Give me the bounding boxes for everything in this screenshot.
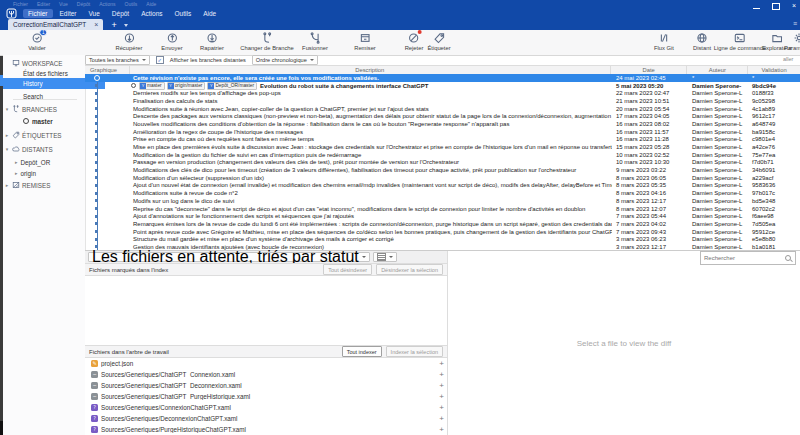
unstage-all-button[interactable]: Tout désindexer bbox=[323, 264, 372, 275]
view-mode-dropdown[interactable] bbox=[373, 252, 397, 262]
commit-row[interactable]: Ajout d'un nouvel état de connexion (ema… bbox=[85, 182, 800, 190]
order-filter-dropdown[interactable]: Ordre chronologique bbox=[252, 55, 318, 65]
column-validation[interactable]: Validation bbox=[748, 66, 800, 74]
merge-button[interactable]: Fusionner bbox=[302, 32, 328, 51]
menu-actions[interactable]: Actions bbox=[136, 9, 167, 18]
tag-button[interactable]: Étiqueter bbox=[427, 32, 450, 51]
unstage-selection-button[interactable]: Désindexer la sélection bbox=[376, 264, 443, 275]
settings-button[interactable]: Paramètres bbox=[784, 32, 800, 51]
sidebar-section-branches[interactable]: ▾ BRANCHES bbox=[3, 104, 85, 114]
commit-author: Damien Sperone-L bbox=[688, 182, 748, 188]
stage-file-button[interactable]: + bbox=[439, 403, 444, 412]
commit-row[interactable]: Modifications suite à revue de code n°2 … bbox=[85, 189, 800, 197]
commit-author: Damien Sperone-L bbox=[688, 136, 748, 142]
discard-button[interactable]: Rejeter bbox=[405, 32, 424, 51]
search-input[interactable] bbox=[701, 255, 785, 261]
stage-file-button[interactable]: + bbox=[439, 359, 444, 368]
branch-badge[interactable]: Ymaster bbox=[139, 82, 165, 90]
ghost-menu-echo: FichierEditerVueDépôtActionsOutilsAide bbox=[13, 0, 156, 7]
commit-row[interactable]: Mise en place des premières évols suite … bbox=[85, 143, 800, 151]
commit-graph-node bbox=[85, 182, 130, 190]
sidebar-section-distants[interactable]: ▾ DISTANTS bbox=[3, 144, 85, 154]
commit-row[interactable]: Modification d'un sélecteur (suppression… bbox=[85, 174, 800, 182]
commit-row[interactable]: Reprise du cas "deconnecte" dans le scri… bbox=[85, 205, 800, 213]
fetch-button[interactable]: Récupérer bbox=[115, 32, 142, 51]
menu-depot[interactable]: Dépôt bbox=[107, 9, 134, 18]
sidebar-section-etiquettes[interactable]: ▸ ÉTIQUETTES bbox=[3, 130, 85, 140]
menu-fichier[interactable]: Fichier bbox=[23, 9, 53, 18]
menu-editer[interactable]: Editer bbox=[55, 9, 82, 18]
tab-list-icon[interactable]: ≡ bbox=[793, 20, 797, 27]
git-flow-button[interactable]: Flux Git bbox=[654, 32, 674, 51]
column-description[interactable]: Description bbox=[130, 66, 611, 74]
commit-row[interactable]: Modifications suite à réunion avec Jean,… bbox=[85, 105, 800, 113]
stage-selection-button[interactable]: Indexer la sélection bbox=[386, 346, 443, 357]
commit-row[interactable]: Remarques émises lors de la revue de cod… bbox=[85, 220, 800, 228]
commit-graph-node bbox=[85, 105, 130, 113]
commit-row[interactable]: Ajout d'annotations sur le fonctionnemen… bbox=[85, 212, 800, 220]
stage-file-button[interactable]: + bbox=[439, 370, 444, 379]
pending-files-dropdown[interactable]: Les fichiers en attente, triés par statu… bbox=[88, 252, 370, 262]
stage-file-button[interactable]: + bbox=[439, 414, 444, 423]
commit-author: Damien Sperone-L bbox=[688, 236, 748, 242]
stage-file-button[interactable]: + bbox=[439, 392, 444, 401]
show-remote-branches-checkbox[interactable]: ✓ bbox=[156, 56, 164, 64]
file-row[interactable]: ✎ project.json + bbox=[85, 358, 447, 369]
commit-row[interactable]: Prise en compte du cas où des requêtes s… bbox=[85, 136, 800, 144]
close-button[interactable]: × bbox=[792, 1, 796, 11]
commit-date: 21 mars 2023 10:51 bbox=[612, 98, 688, 104]
commit-row[interactable]: Amélioration de la regex de coupe de l'h… bbox=[85, 128, 800, 136]
tab-close-icon[interactable]: × bbox=[94, 21, 98, 28]
remote-button[interactable]: Distant bbox=[693, 32, 711, 51]
maximize-button[interactable] bbox=[772, 3, 780, 10]
switch-branch-button[interactable]: Changer de Branche bbox=[240, 32, 294, 51]
column-graphique[interactable]: Graphique bbox=[85, 66, 130, 74]
commit-row[interactable]: Modifs sur un log dans le dico de suivi … bbox=[85, 197, 800, 205]
pull-button[interactable]: Rapatrier bbox=[200, 32, 224, 51]
minimize-button[interactable] bbox=[753, 8, 760, 9]
file-row[interactable]: − Sources/Generiques/ChatGPT_Deconnexion… bbox=[85, 380, 447, 391]
new-tab-button[interactable]: + bbox=[111, 20, 116, 30]
stage-file-button[interactable]: + bbox=[439, 381, 444, 390]
commit-row[interactable]: Finalisation des calculs de stats 21 mar… bbox=[85, 97, 800, 105]
commit-row[interactable]: YmasterYorigin/masterYDepôt_OR/master Ev… bbox=[85, 82, 800, 90]
commit-row[interactable]: Nouvelles modifications des conditions d… bbox=[85, 120, 800, 128]
branch-badge[interactable]: YDepôt_OR/master bbox=[207, 82, 257, 90]
file-row[interactable]: ? Sources/Generiques/ConnexionChatGPT.xa… bbox=[85, 402, 447, 413]
stage-file-button[interactable]: + bbox=[439, 425, 444, 434]
worktree-files-header: Fichiers dans l'arbre de travail Tout in… bbox=[85, 345, 447, 358]
commit-row[interactable]: Modification de la gestion du fichier de… bbox=[85, 151, 800, 159]
commit-row[interactable]: Cette révision n'existe pas encore, elle… bbox=[85, 74, 800, 82]
commit-row[interactable]: Structure du mail gardée et mise en plac… bbox=[85, 235, 800, 243]
sidebar-section-remises[interactable]: ▸ REMISES bbox=[3, 180, 85, 190]
file-path: Sources/Generiques/DeconnexionChatGPT.xa… bbox=[101, 415, 436, 422]
commit-row[interactable]: Dernieres modifs sur les temps d'afficha… bbox=[85, 89, 800, 97]
column-auteur[interactable]: Auteur bbox=[687, 66, 748, 74]
push-button[interactable]: Envoyer bbox=[161, 32, 182, 51]
menu-outils[interactable]: Outils bbox=[170, 9, 197, 18]
commit-graph-node bbox=[85, 97, 130, 105]
file-row[interactable]: − Sources/Generiques/ChatGPT_PurgeHistor… bbox=[85, 391, 447, 402]
commit-hash: 9612c17 bbox=[748, 113, 800, 119]
stage-all-button[interactable]: Tout indexer bbox=[342, 346, 382, 357]
branch-badge[interactable]: Yorigin/master bbox=[167, 82, 206, 90]
file-row[interactable]: ? Sources/Generiques/DeconnexionChatGPT.… bbox=[85, 413, 447, 424]
column-date[interactable]: Date bbox=[611, 66, 688, 74]
command-line-button[interactable]: Ligne de commande bbox=[714, 32, 767, 51]
menu-vue[interactable]: Vue bbox=[84, 9, 105, 18]
file-row[interactable]: − Sources/Generiques/ChatGPT_Connexion.x… bbox=[85, 369, 447, 380]
commit-button[interactable]: 1 Valider bbox=[28, 32, 46, 51]
commit-graph-node bbox=[85, 74, 130, 82]
branch-filter-dropdown[interactable]: Toutes les branches bbox=[85, 55, 150, 65]
file-row[interactable]: ? Sources/Generiques/PurgeHistoriqueChat… bbox=[85, 424, 447, 435]
commit-date: 16 mars 2023 11:57 bbox=[612, 129, 688, 135]
commit-graph-node bbox=[85, 143, 130, 151]
commit-row[interactable]: Descente des packages aux versions class… bbox=[85, 112, 800, 120]
tab-dropdown-caret-icon[interactable] bbox=[124, 24, 128, 27]
tab-correctionemailchatgpt[interactable]: CorrectionEmailChatGPT × bbox=[8, 19, 103, 30]
menu-aide[interactable]: Aide bbox=[198, 9, 221, 18]
commit-row[interactable]: Passage en version production (changemen… bbox=[85, 159, 800, 167]
stash-button[interactable]: Remiser bbox=[354, 32, 376, 51]
commit-row[interactable]: Modifications des clés de dico pour les … bbox=[85, 166, 800, 174]
commit-row[interactable]: Point après revue code avec Grégoire et … bbox=[85, 228, 800, 236]
